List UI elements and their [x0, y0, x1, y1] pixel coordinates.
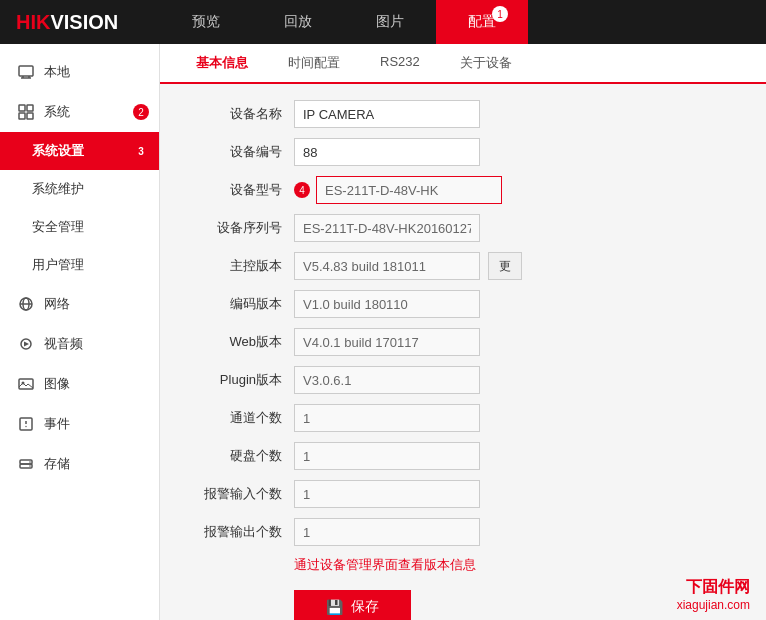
- form-label-device-no: 设备编号: [184, 143, 294, 161]
- watermark-line2: xiagujian.com: [677, 598, 750, 612]
- form-row-disk-count: 硬盘个数: [184, 442, 742, 470]
- form-row-alarm-out: 报警输出个数: [184, 518, 742, 546]
- form-label-alarm-in: 报警输入个数: [184, 485, 294, 503]
- network-icon: [16, 294, 36, 314]
- form-row-device-name: 设备名称: [184, 100, 742, 128]
- nav-badge-config: 1: [492, 6, 508, 22]
- form-input-serial-no: [294, 214, 480, 242]
- save-label: 保存: [351, 598, 379, 616]
- sidebar-item-security[interactable]: 安全管理: [0, 208, 159, 246]
- watermark: 下固件网 xiagujian.com: [677, 577, 750, 612]
- sidebar-label-audio-video: 视音频: [44, 335, 83, 353]
- sidebar-item-system[interactable]: 系统2: [0, 92, 159, 132]
- logo: HIKVISION: [0, 0, 160, 44]
- sidebar: 本地系统2系统设置3系统维护安全管理用户管理网络视音频图像事件存储: [0, 44, 160, 620]
- form-label-serial-no: 设备序列号: [184, 219, 294, 237]
- form-label-device-name: 设备名称: [184, 105, 294, 123]
- info-link[interactable]: 通过设备管理界面查看版本信息: [184, 556, 742, 574]
- svg-point-19: [29, 461, 31, 463]
- sidebar-item-network[interactable]: 网络: [0, 284, 159, 324]
- nav-item-preview[interactable]: 预览: [160, 0, 252, 44]
- sidebar-item-audio-video[interactable]: 视音频: [0, 324, 159, 364]
- form-input-plugin-version: [294, 366, 480, 394]
- form-input-wrapper-web-version: [294, 328, 480, 356]
- top-nav: HIKVISION 预览回放图片配置1: [0, 0, 766, 44]
- sidebar-item-image[interactable]: 图像: [0, 364, 159, 404]
- form-input-wrapper-main-version: 更: [294, 252, 522, 280]
- logo-vision: VISION: [50, 11, 118, 34]
- image-icon: [16, 374, 36, 394]
- sidebar-label-sys-maintenance: 系统维护: [32, 180, 84, 198]
- sidebar-badge-system: 2: [133, 104, 149, 120]
- form-input-encode-version: [294, 290, 480, 318]
- storage-icon: [16, 454, 36, 474]
- form-row-encode-version: 编码版本: [184, 290, 742, 318]
- tab-about[interactable]: 关于设备: [440, 44, 532, 84]
- nav-item-playback[interactable]: 回放: [252, 0, 344, 44]
- sidebar-label-system: 系统: [44, 103, 70, 121]
- update-btn-main-version[interactable]: 更: [488, 252, 522, 280]
- sidebar-label-security: 安全管理: [32, 218, 84, 236]
- form-area: 设备名称设备编号设备型号4设备序列号主控版本更编码版本Web版本Plugin版本…: [160, 84, 766, 620]
- form-row-web-version: Web版本: [184, 328, 742, 356]
- logo-hik: HIK: [16, 11, 50, 34]
- form-input-alarm-in: [294, 480, 480, 508]
- form-label-encode-version: 编码版本: [184, 295, 294, 313]
- sidebar-badge-sys-settings: 3: [133, 143, 149, 159]
- form-input-device-name[interactable]: [294, 100, 480, 128]
- svg-rect-6: [19, 113, 25, 119]
- tab-time[interactable]: 时间配置: [268, 44, 360, 84]
- sidebar-label-image: 图像: [44, 375, 70, 393]
- sidebar-label-sys-settings: 系统设置: [32, 142, 84, 160]
- svg-point-16: [25, 426, 26, 427]
- nav-items: 预览回放图片配置1: [160, 0, 766, 44]
- form-row-plugin-version: Plugin版本: [184, 366, 742, 394]
- sidebar-item-storage[interactable]: 存储: [0, 444, 159, 484]
- form-label-disk-count: 硬盘个数: [184, 447, 294, 465]
- form-input-wrapper-alarm-in: [294, 480, 480, 508]
- form-label-alarm-out: 报警输出个数: [184, 523, 294, 541]
- system-icon: [16, 102, 36, 122]
- sidebar-label-event: 事件: [44, 415, 70, 433]
- svg-rect-4: [19, 105, 25, 111]
- layout: 本地系统2系统设置3系统维护安全管理用户管理网络视音频图像事件存储 基本信息时间…: [0, 44, 766, 620]
- form-input-channel-count: [294, 404, 480, 432]
- svg-rect-12: [19, 379, 33, 389]
- field-badge-device-model: 4: [294, 182, 310, 198]
- form-input-wrapper-device-no: [294, 138, 480, 166]
- form-input-web-version: [294, 328, 480, 356]
- sidebar-item-users[interactable]: 用户管理: [0, 246, 159, 284]
- av-icon: [16, 334, 36, 354]
- form-row-main-version: 主控版本更: [184, 252, 742, 280]
- svg-point-20: [29, 465, 31, 467]
- form-input-wrapper-alarm-out: [294, 518, 480, 546]
- sidebar-item-event[interactable]: 事件: [0, 404, 159, 444]
- tab-rs232[interactable]: RS232: [360, 44, 440, 84]
- form-input-wrapper-plugin-version: [294, 366, 480, 394]
- sidebar-item-local[interactable]: 本地: [0, 52, 159, 92]
- nav-item-picture[interactable]: 图片: [344, 0, 436, 44]
- sidebar-label-users: 用户管理: [32, 256, 84, 274]
- tab-basic[interactable]: 基本信息: [176, 44, 268, 84]
- form-row-device-model: 设备型号4: [184, 176, 742, 204]
- form-input-alarm-out: [294, 518, 480, 546]
- form-input-main-version: [294, 252, 480, 280]
- save-button[interactable]: 💾保存: [294, 590, 411, 620]
- sidebar-item-sys-maintenance[interactable]: 系统维护: [0, 170, 159, 208]
- form-input-wrapper-device-model: 4: [294, 176, 502, 204]
- form-input-wrapper-serial-no: [294, 214, 480, 242]
- sidebar-item-sys-settings[interactable]: 系统设置3: [0, 132, 159, 170]
- form-input-device-no[interactable]: [294, 138, 480, 166]
- sidebar-label-local: 本地: [44, 63, 70, 81]
- form-input-wrapper-device-name: [294, 100, 480, 128]
- form-input-device-model: [316, 176, 502, 204]
- event-icon: [16, 414, 36, 434]
- sidebar-label-storage: 存储: [44, 455, 70, 473]
- form-label-channel-count: 通道个数: [184, 409, 294, 427]
- nav-item-config[interactable]: 配置1: [436, 0, 528, 44]
- form-input-wrapper-disk-count: [294, 442, 480, 470]
- tabs: 基本信息时间配置RS232关于设备: [160, 44, 766, 84]
- form-row-device-no: 设备编号: [184, 138, 742, 166]
- form-label-plugin-version: Plugin版本: [184, 371, 294, 389]
- form-row-alarm-in: 报警输入个数: [184, 480, 742, 508]
